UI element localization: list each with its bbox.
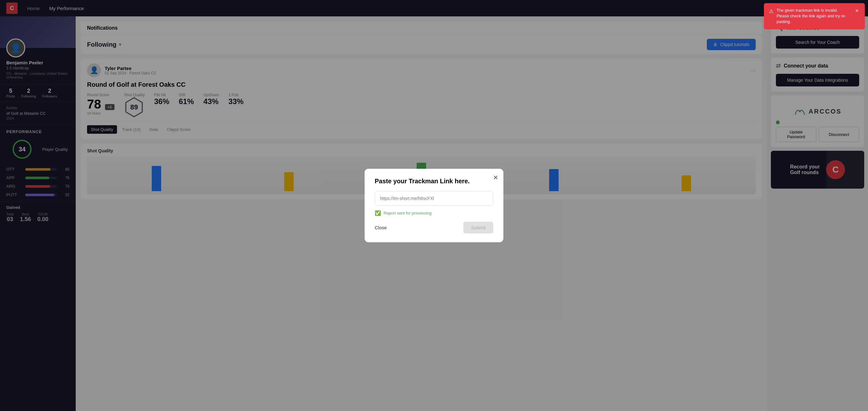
modal-close-x-button[interactable]: ✕ xyxy=(493,174,498,181)
modal-title: Paste your Trackman Link here. xyxy=(375,178,493,185)
error-message: The given trackman link is invalid. Plea… xyxy=(777,7,851,25)
modal-submit-button[interactable]: Submit xyxy=(463,222,493,233)
error-close-button[interactable]: × xyxy=(854,7,860,14)
modal-actions: Close Submit xyxy=(375,222,493,233)
check-icon: ✅ xyxy=(375,210,381,216)
trackman-modal: Paste your Trackman Link here. ✕ ✅ Repor… xyxy=(365,169,503,242)
success-text: Report sent for processing xyxy=(383,211,432,215)
modal-success-message: ✅ Report sent for processing xyxy=(375,210,493,216)
modal-overlay: Paste your Trackman Link here. ✕ ✅ Repor… xyxy=(0,0,868,411)
error-banner: ⚠ The given trackman link is invalid. Pl… xyxy=(764,3,865,29)
modal-close-button[interactable]: Close xyxy=(375,225,387,230)
trackman-link-input[interactable] xyxy=(375,191,493,205)
warning-icon: ⚠ xyxy=(769,8,773,15)
